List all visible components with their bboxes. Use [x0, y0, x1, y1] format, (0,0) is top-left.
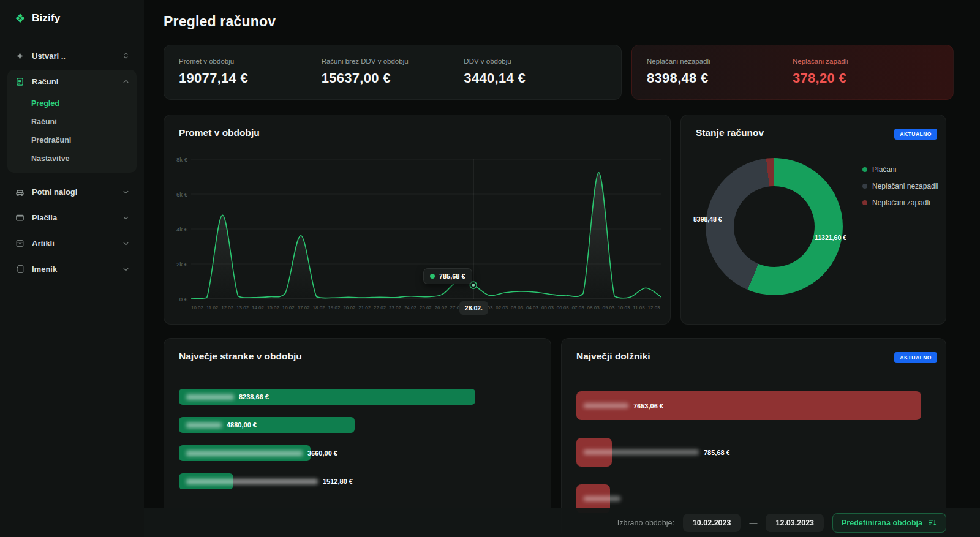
- box-icon: [15, 238, 24, 248]
- legend-item: Plačani: [862, 165, 938, 174]
- predefined-periods-label: Predefinirana obdobja: [842, 519, 922, 527]
- x-tick-label: 14.02.: [252, 305, 265, 310]
- stats-card-unpaid: Neplačani nezapadli 8398,48 € Neplačani …: [631, 45, 954, 100]
- x-tick-label: 22.02.: [374, 305, 387, 310]
- x-tick-label: 26.02.: [435, 305, 448, 310]
- x-tick-label: 05.03.: [541, 305, 555, 310]
- bar-value: 8238,66 €: [239, 393, 269, 400]
- x-tick-label: 09.03.: [602, 305, 616, 310]
- sidebar-item-label: Imenik: [32, 265, 57, 274]
- chevron-up-down-icon: [123, 51, 129, 60]
- sidebar-item-racuni-list[interactable]: Računi: [21, 113, 132, 131]
- sidebar-item-predracuni[interactable]: Predračuni: [21, 131, 132, 149]
- main-content: Pregled računov Promet v obdobju 19077,1…: [144, 0, 980, 537]
- date-to-button[interactable]: 12.03.2023: [766, 514, 824, 532]
- stats-row: Promet v obdobju 19077,14 € Računi brez …: [164, 45, 946, 100]
- sidebar-item-label: Plačila: [32, 213, 57, 222]
- redacted-customer-name: [186, 451, 303, 456]
- x-tick-label: 02.03.: [496, 305, 509, 310]
- x-tick-label: 13.02.: [236, 305, 250, 310]
- sidebar-item-racuni[interactable]: Računi: [7, 70, 137, 93]
- legend-label: Neplačani nezapadli: [872, 182, 938, 190]
- y-tick-label: 6k €: [176, 191, 187, 198]
- legend-item: Neplačani nezapadli: [862, 182, 938, 190]
- stat-label: Promet v obdobju: [179, 58, 322, 65]
- stat-label: DDV v obdobju: [464, 58, 606, 65]
- stanje-racunov-card: Stanje računov AKTUALNO 8398,48 € 11321,…: [680, 115, 946, 325]
- sidebar-item-label: Artikli: [32, 239, 55, 248]
- x-tick-label: 20.02.: [343, 305, 356, 310]
- predefined-periods-button[interactable]: Predefinirana obdobja: [832, 513, 946, 533]
- x-tick-label: 15.02.: [267, 305, 281, 310]
- period-label: Izbrano obdobje:: [617, 519, 674, 527]
- chevron-down-icon: [123, 214, 129, 221]
- redacted-debtor-name: [584, 449, 699, 455]
- bizify-logo-icon: ❖: [15, 12, 26, 24]
- bar-label: 7653,06 €: [584, 391, 663, 420]
- chart-tooltip: 785,68 €: [423, 268, 472, 284]
- x-tick-label: 19.02.: [328, 305, 341, 310]
- x-tick-label: 24.02.: [404, 305, 418, 310]
- bar-value: 1512,80 €: [323, 478, 353, 485]
- stat-value: 378,20 €: [793, 70, 938, 86]
- legend-item: Neplačani zapadli: [862, 198, 938, 207]
- bar-value: 7653,06 €: [633, 402, 663, 410]
- sidebar-item-placila[interactable]: Plačila: [7, 206, 137, 229]
- donut-value-label: 8398,48 €: [693, 216, 722, 223]
- sidebar-item-artikli[interactable]: Artikli: [7, 231, 137, 255]
- period-footer: Izbrano obdobje: 10.02.2023 — 12.03.2023…: [144, 508, 980, 537]
- chart-title: Največji dolžniki: [576, 351, 931, 362]
- date-from-button[interactable]: 10.02.2023: [683, 514, 741, 532]
- donut-chart: [706, 158, 843, 295]
- sparkle-icon: [15, 51, 24, 61]
- chevron-down-icon: [123, 189, 129, 195]
- donut-value-label: 11321,60 €: [815, 234, 846, 241]
- sidebar-item-ustvari[interactable]: Ustvari ..: [7, 44, 137, 67]
- racuni-submenu: Pregled Računi Predračuni Nastavitve: [21, 94, 132, 168]
- x-tick-label: 16.02.: [282, 305, 296, 310]
- stat-zapadli: Neplačani zapadli 378,20 €: [793, 58, 938, 87]
- address-book-icon: [15, 264, 24, 274]
- car-icon: [15, 187, 24, 197]
- chevron-down-icon: [123, 266, 129, 272]
- legend-label: Neplačani zapadli: [872, 198, 930, 207]
- redacted-customer-name: [186, 394, 234, 400]
- bar-label: 1512,80 €: [186, 473, 353, 489]
- x-tick-label: 06.03.: [557, 305, 570, 310]
- y-axis-labels: 0 €2k €4k €6k €8k €: [170, 159, 187, 299]
- chart-title: Največje stranke v obdobju: [179, 351, 536, 362]
- redacted-debtor-name: [584, 403, 628, 408]
- highlight-marker-dot: [472, 284, 475, 287]
- x-tick-label: 10.03.: [617, 305, 631, 310]
- sidebar-item-label: Ustvari ..: [32, 51, 66, 61]
- stat-nezapadli: Neplačani nezapadli 8398,48 €: [647, 58, 793, 87]
- x-tick-label: 21.02.: [358, 305, 372, 310]
- invoice-icon: [15, 77, 24, 86]
- sidebar-item-pregled[interactable]: Pregled: [21, 94, 132, 113]
- logo[interactable]: ❖ Bizify: [0, 0, 144, 37]
- sidebar-item-imenik[interactable]: Imenik: [7, 257, 137, 280]
- legend-dot-icon: [862, 200, 867, 205]
- bar-row: 7653,06 €: [576, 391, 931, 420]
- chevron-down-icon: [123, 240, 129, 247]
- promet-chart-card: Promet v obdobju 0 €2k €4k €6k €8k €: [164, 115, 671, 325]
- sidebar-menu: Ustvari .. Računi Pregled Računi Predrač…: [0, 37, 144, 280]
- sidebar-item-potni-nalogi[interactable]: Potni nalogi: [7, 180, 137, 203]
- y-tick-label: 2k €: [176, 261, 187, 268]
- stat-value: 8398,48 €: [647, 70, 793, 86]
- bar-label: 785,68 €: [584, 438, 730, 467]
- x-tick-label: 11.02.: [206, 305, 220, 310]
- selected-date-badge: 28.02.: [459, 301, 488, 315]
- sidebar-item-label: Potni nalogi: [32, 187, 77, 197]
- x-tick-label: 03.03.: [511, 305, 524, 310]
- x-tick-label: 18.02.: [313, 305, 326, 310]
- sidebar: ❖ Bizify Ustvari .. Računi: [0, 0, 144, 537]
- charts-row: Promet v obdobju 0 €2k €4k €6k €8k €: [164, 115, 946, 325]
- bar-row: 8238,66 €: [179, 389, 536, 405]
- status-badge: AKTUALNO: [894, 352, 937, 363]
- sidebar-item-nastavitve[interactable]: Nastavitve: [21, 149, 132, 168]
- chevron-up-icon: [123, 78, 129, 85]
- x-tick-label: 04.03.: [526, 305, 540, 310]
- credit-card-icon: [15, 212, 24, 222]
- legend-dot-icon: [862, 167, 867, 172]
